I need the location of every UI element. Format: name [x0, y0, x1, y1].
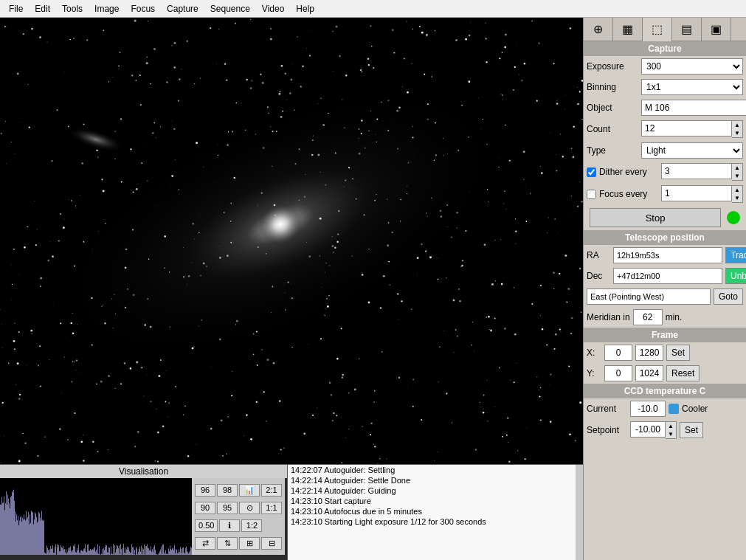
stop-button[interactable]: Stop	[590, 208, 721, 227]
vis-btn-2to1[interactable]: 2:1	[261, 484, 282, 497]
tab-video[interactable]: ▣	[702, 18, 731, 41]
setpoint-down[interactable]: ▼	[666, 430, 676, 438]
ccd-setpoint-label: Setpoint	[587, 425, 627, 435]
histogram-canvas	[0, 478, 192, 555]
vis-btn-98[interactable]: 98	[217, 484, 238, 497]
frame-x-input[interactable]	[604, 345, 632, 361]
log-line-4: 14:23:10 Start capture	[288, 496, 576, 506]
binning-select[interactable]: 1x1 2x2 3x3	[641, 79, 743, 95]
dither-checkbox[interactable]	[587, 167, 596, 177]
count-spin-btns: ▲ ▼	[732, 120, 743, 138]
focus-checkbox[interactable]	[587, 190, 596, 199]
menu-help[interactable]: Help	[290, 2, 320, 15]
frame-y-label: Y:	[587, 368, 601, 378]
log-line-5: 14:23:10 Autofocus due in 5 minutes	[288, 506, 576, 516]
vis-content: 96 98 📊 2:1 90 95 ⊙ 1:1 0.50	[0, 478, 287, 555]
vis-btn-95[interactable]: 95	[217, 502, 238, 514]
exposure-select[interactable]: 300 60 120 600	[641, 58, 743, 75]
menu-edit[interactable]: Edit	[29, 2, 56, 15]
frame-y-size[interactable]	[635, 365, 663, 381]
setpoint-spinner: ▲ ▼	[630, 421, 677, 439]
tab-mosaic[interactable]: ▦	[613, 18, 643, 41]
east-input[interactable]	[587, 288, 711, 305]
menu-focus[interactable]: Focus	[125, 2, 161, 15]
dither-spinner: ▲ ▼	[661, 163, 743, 181]
focus-label: Focus every	[599, 189, 658, 199]
astro-canvas	[0, 18, 583, 464]
ccd-current-input[interactable]	[630, 401, 666, 417]
track-button[interactable]: Track	[725, 247, 746, 263]
vis-btn-90[interactable]: 90	[195, 502, 215, 514]
menu-video[interactable]: Video	[256, 2, 290, 15]
vis-btn-info[interactable]: ℹ	[219, 519, 240, 532]
vis-btn-histogram[interactable]: 📊	[239, 484, 260, 497]
dec-input[interactable]	[613, 268, 722, 284]
meridian-input[interactable]	[633, 309, 663, 325]
unbarked-button[interactable]: Unbarked	[725, 268, 746, 284]
count-input[interactable]	[641, 120, 732, 136]
binning-row: Binning 1x1 2x2 3x3	[584, 77, 746, 97]
setpoint-up[interactable]: ▲	[666, 422, 676, 430]
object-input[interactable]	[641, 100, 746, 116]
menu-sequence[interactable]: Sequence	[204, 2, 256, 15]
focus-up[interactable]: ▲	[732, 186, 742, 194]
vis-btn-050[interactable]: 0.50	[195, 519, 218, 532]
dither-up[interactable]: ▲	[732, 164, 742, 172]
focus-down[interactable]: ▼	[732, 194, 742, 202]
type-select[interactable]: Light Dark Flat Bias	[641, 142, 743, 159]
menu-image[interactable]: Image	[89, 2, 125, 15]
frame-set-button[interactable]: Set	[666, 345, 690, 361]
vis-btn-1to2[interactable]: 1:2	[241, 519, 262, 532]
dec-row: Dec Unbarked	[584, 266, 746, 286]
tab-align[interactable]: ⊕	[584, 18, 613, 41]
exposure-row: Exposure 300 60 120 600	[584, 56, 746, 77]
vis-btn-flip[interactable]: ⇅	[217, 537, 238, 550]
focus-spinner: ▲ ▼	[661, 185, 743, 203]
frame-x-size[interactable]	[635, 345, 663, 361]
menu-tools[interactable]: Tools	[56, 2, 89, 15]
ra-row: RA Track	[584, 245, 746, 266]
vis-btn-96[interactable]: 96	[195, 484, 215, 497]
focus-input[interactable]	[661, 185, 732, 201]
image-area: Visualisation 96 98 📊 2:1 90 95	[0, 18, 583, 560]
tab-sequence[interactable]: ▤	[672, 18, 702, 41]
ccd-set-button[interactable]: Set	[680, 422, 703, 438]
ra-input[interactable]	[613, 247, 722, 263]
goto-button[interactable]: Goto	[714, 288, 743, 305]
cooler-dot	[669, 404, 679, 414]
log-line-1: 14:22:07 Autoguider: Settling	[288, 465, 576, 475]
dither-input[interactable]	[661, 163, 732, 179]
setpoint-input[interactable]	[630, 421, 666, 438]
count-spinner: ▲ ▼	[641, 120, 743, 138]
capture-title: Capture	[584, 41, 746, 56]
telescope-title: Telescope position	[584, 230, 746, 245]
vis-btn-circle[interactable]: ⊙	[239, 502, 260, 514]
dither-label: Dither every	[599, 167, 658, 177]
ccd-title: CCD temperature C	[584, 384, 746, 398]
frame-y-input[interactable]	[604, 365, 632, 381]
ccd-current-label: Current	[587, 404, 627, 414]
count-up[interactable]: ▲	[732, 121, 742, 129]
log-line-3: 14:22:14 Autoguider: Guiding	[288, 485, 576, 496]
vis-btn-arrows[interactable]: ⇄	[195, 537, 215, 550]
binning-label: Binning	[587, 82, 638, 92]
status-indicator	[727, 211, 740, 224]
vis-btn-grid[interactable]: ⊟	[261, 537, 282, 550]
menu-file[interactable]: File	[3, 2, 29, 15]
frame-title: Frame	[584, 328, 746, 342]
object-row: Object	[584, 97, 746, 118]
menubar: File Edit Tools Image Focus Capture Sequ…	[0, 0, 746, 18]
dither-down[interactable]: ▼	[732, 172, 742, 180]
frame-x-label: X:	[587, 348, 601, 358]
count-down[interactable]: ▼	[732, 129, 742, 137]
type-row: Type Light Dark Flat Bias	[584, 140, 746, 161]
frame-y-row: Y: Reset	[584, 363, 746, 384]
right-panel: ⊕ ▦ ⬚ ▤ ▣ Capture Exposure 300 60 120 60…	[583, 18, 746, 560]
vis-btn-1to1[interactable]: 1:1	[261, 502, 282, 514]
menu-capture[interactable]: Capture	[161, 2, 204, 15]
vis-btn-crosshair[interactable]: ⊞	[239, 537, 260, 550]
vis-panel: Visualisation 96 98 📊 2:1 90 95	[0, 465, 288, 560]
frame-reset-button[interactable]: Reset	[666, 365, 700, 381]
log-scrollbar[interactable]	[576, 465, 583, 560]
tab-capture[interactable]: ⬚	[643, 18, 672, 41]
